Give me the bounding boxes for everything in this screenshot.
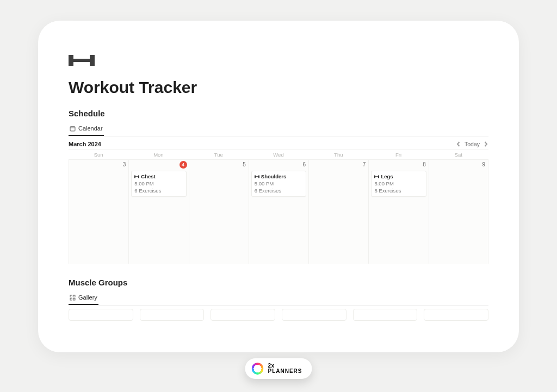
day-header: Sun [69,150,128,159]
muscle-groups-heading: Muscle Groups [69,278,488,287]
day-header: Thu [308,150,368,159]
brand-badge[interactable]: 2x PLANNERS [245,358,312,379]
brand-text: 2x PLANNERS [268,363,302,374]
svg-rect-13 [375,176,378,177]
day-header: Fri [368,150,428,159]
svg-rect-3 [70,126,75,130]
svg-rect-2 [73,59,90,62]
prev-button[interactable] [456,141,461,147]
calendar-cell[interactable]: 3 [69,159,128,264]
gallery-card[interactable] [282,309,346,321]
dumbbell-icon [255,175,259,178]
event-title-text: Legs [381,173,393,179]
svg-rect-1 [90,55,95,66]
event-card[interactable]: Chest 5:00 PM 6 Exercises [131,171,186,197]
schedule-heading: Schedule [69,109,488,118]
today-badge: 4 [180,161,187,169]
svg-rect-7 [135,176,138,177]
today-button[interactable]: Today [465,141,480,147]
calendar-nav: Today [456,141,488,147]
day-header: Sat [429,150,488,159]
event-card[interactable]: Legs 5:00 PM 8 Exercises [371,171,426,197]
date-number: 5 [243,161,246,167]
date-number: 3 [123,161,126,167]
event-title-text: Chest [141,173,155,179]
svg-rect-6 [138,175,139,178]
event-meta: 6 Exercises [134,188,183,194]
dumbbell-icon [374,175,379,178]
dumbbell-icon [69,53,95,67]
event-time: 5:00 PM [255,181,303,186]
day-header: Mon [128,150,188,159]
event-card[interactable]: Shoulders 5:00 PM 6 Exercises [251,171,306,197]
schedule-view-tabs: Calendar [69,123,488,136]
calendar-icon [70,126,76,132]
event-meta: 8 Exercises [374,188,423,194]
event-time: 5:00 PM [374,181,423,186]
svg-rect-11 [374,175,375,178]
event-title-text: Shoulders [261,173,286,179]
event-title: Legs [374,173,423,179]
page-title: Workout Tracker [69,78,488,97]
svg-rect-8 [255,175,256,178]
gallery-card[interactable] [211,309,275,321]
brand-ring-icon [251,363,263,375]
date-number: 8 [423,161,426,167]
svg-rect-12 [378,175,379,178]
svg-rect-10 [256,176,258,177]
svg-rect-16 [70,298,72,300]
date-number: 9 [482,161,485,167]
gallery-card[interactable] [69,309,133,321]
day-header: Wed [249,150,308,159]
gallery-icon [70,295,76,301]
next-button[interactable] [483,141,488,147]
dumbbell-icon [134,175,139,178]
month-label: March 2024 [69,141,101,147]
svg-rect-17 [73,298,75,300]
gallery-row [69,309,488,321]
event-meta: 6 Exercises [255,188,303,194]
gallery-card[interactable] [424,309,488,321]
tab-calendar[interactable]: Calendar [69,123,104,136]
calendar-cell[interactable]: 7 [308,159,368,264]
brand-line2: PLANNERS [268,369,302,374]
calendar-cell[interactable]: 6 Shoulders 5:00 PM 6 Exercises [249,159,308,264]
gallery-card[interactable] [353,309,418,321]
svg-rect-0 [69,55,73,66]
calendar-grid: 3 4 Chest 5:00 PM 6 Exercises 5 6 Should… [69,159,488,264]
calendar-cell[interactable]: 8 Legs 5:00 PM 8 Exercises [368,159,428,264]
event-title: Chest [134,173,183,179]
tab-gallery-label: Gallery [78,294,97,301]
calendar-cell[interactable]: 4 Chest 5:00 PM 6 Exercises [128,159,188,264]
calendar-cell[interactable]: 5 [189,159,249,264]
day-header: Tue [189,150,249,159]
event-time: 5:00 PM [134,181,183,186]
gallery-card[interactable] [140,309,205,321]
calendar-header: March 2024 Today [69,139,488,148]
tab-gallery[interactable]: Gallery [69,293,98,305]
calendar-cell[interactable]: 9 [429,159,488,264]
date-number: 6 [303,161,306,167]
calendar-day-headers: Sun Mon Tue Wed Thu Fri Sat [69,150,488,159]
svg-rect-9 [258,175,259,178]
date-number: 7 [363,161,366,167]
app-window: Workout Tracker Schedule Calendar March … [38,21,519,352]
svg-rect-14 [70,295,72,297]
tab-calendar-label: Calendar [78,125,103,132]
event-title: Shoulders [255,173,303,179]
svg-rect-5 [134,175,135,178]
svg-rect-15 [73,295,75,297]
muscle-groups-view-tabs: Gallery [69,293,488,306]
